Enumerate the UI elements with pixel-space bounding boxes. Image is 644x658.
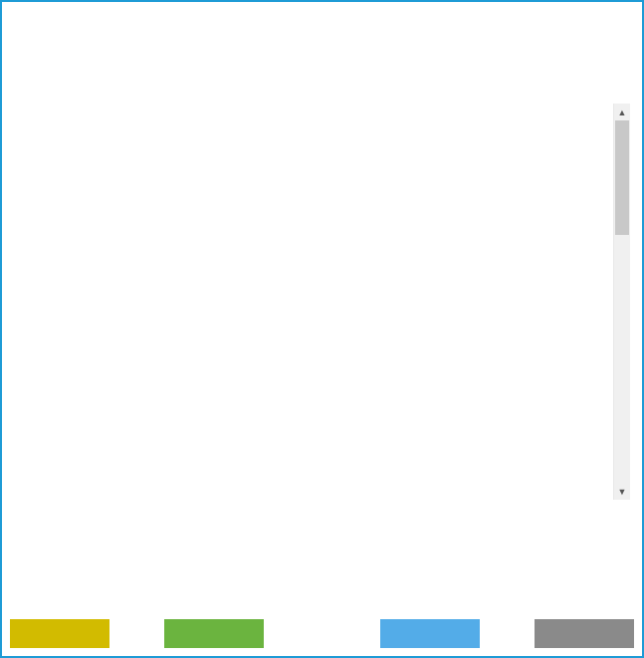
footer <box>10 619 634 648</box>
scroll-thumb[interactable] <box>615 120 629 235</box>
scroll-track[interactable] <box>614 120 630 483</box>
scrollbar[interactable]: ▲ ▼ <box>613 104 630 500</box>
release-notes-title <box>2 94 642 104</box>
product-logo <box>12 10 14 64</box>
quit-button[interactable] <box>535 619 634 648</box>
header <box>2 2 642 64</box>
next-button[interactable] <box>380 619 480 648</box>
release-notes-content[interactable] <box>26 104 613 500</box>
uninstall-button[interactable] <box>164 619 264 648</box>
release-notes-pane: ▲ ▼ <box>26 104 630 500</box>
welcome-heading <box>2 64 642 94</box>
scroll-up-button[interactable]: ▲ <box>614 104 630 120</box>
scroll-down-button[interactable]: ▼ <box>614 483 630 500</box>
site-button[interactable] <box>10 619 109 648</box>
